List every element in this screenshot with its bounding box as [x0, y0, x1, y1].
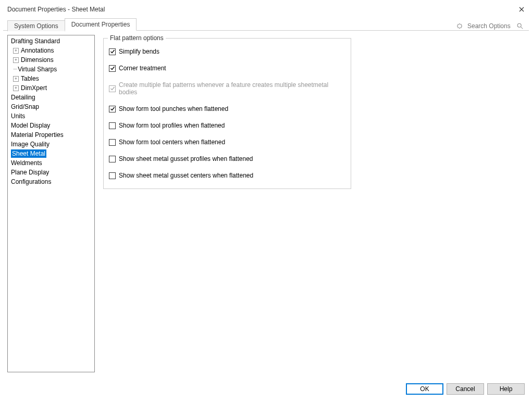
search-icon: [516, 22, 524, 30]
checkbox-label: Show form tool profiles when flattened: [119, 122, 225, 129]
help-button[interactable]: Help: [487, 383, 525, 395]
expand-icon[interactable]: +: [13, 85, 19, 91]
gear-icon: [456, 22, 463, 30]
checkbox-label: Show form tool centers when flattened: [119, 139, 225, 146]
checkbox-show-profiles[interactable]: [109, 122, 116, 129]
expand-icon[interactable]: +: [13, 76, 19, 82]
window-title: Document Properties - Sheet Metal: [7, 6, 105, 13]
tree-item-virtual-sharps[interactable]: ····Virtual Sharps: [8, 65, 94, 74]
cancel-button[interactable]: Cancel: [447, 383, 484, 395]
tree-item-image-quality[interactable]: Image Quality: [8, 140, 94, 149]
checkbox-show-centers[interactable]: [109, 139, 116, 146]
checkbox-label: Show sheet metal gusset centers when fla…: [119, 172, 253, 179]
tree-item-tables[interactable]: +Tables: [8, 74, 94, 83]
flat-pattern-group: Flat pattern options Simplify bends Corn…: [103, 38, 351, 189]
checkbox-show-punches[interactable]: [109, 106, 116, 112]
titlebar: Document Properties - Sheet Metal: [0, 0, 532, 18]
tab-system-options[interactable]: System Options: [7, 20, 65, 31]
checkbox-gusset-centers[interactable]: [109, 172, 116, 179]
checkbox-label: Create multiple flat patterns whenever a…: [119, 81, 345, 96]
expand-icon[interactable]: +: [13, 48, 19, 54]
checkbox-corner-treatment[interactable]: [109, 65, 116, 72]
checkbox-label: Show form tool punches when flattened: [119, 105, 228, 112]
option-simplify-bends[interactable]: Simplify bends: [109, 48, 345, 55]
tree-item-drafting-standard[interactable]: Drafting Standard: [8, 36, 94, 46]
checkbox-label: Simplify bends: [119, 48, 159, 55]
checkbox-label: Corner treatment: [119, 65, 166, 72]
option-gusset-profiles[interactable]: Show sheet metal gusset profiles when fl…: [109, 155, 345, 162]
checkbox-gusset-profiles[interactable]: [109, 156, 116, 162]
expand-icon[interactable]: +: [13, 57, 19, 63]
tree-item-plane-display[interactable]: Plane Display: [8, 168, 94, 177]
search-input[interactable]: [466, 22, 513, 30]
tree-item-configurations[interactable]: Configurations: [8, 177, 94, 186]
tree-item-model-display[interactable]: Model Display: [8, 121, 94, 130]
toolbar-row: System Options Document Properties: [0, 18, 532, 30]
option-corner-treatment[interactable]: Corner treatment: [109, 65, 345, 72]
search-box[interactable]: [456, 22, 527, 30]
option-show-centers[interactable]: Show form tool centers when flattened: [109, 139, 345, 146]
option-show-profiles[interactable]: Show form tool profiles when flattened: [109, 122, 345, 129]
close-icon: [519, 7, 524, 12]
close-button[interactable]: [516, 4, 527, 15]
tree-item-dimxpert[interactable]: +DimXpert: [8, 83, 94, 93]
svg-point-1: [517, 23, 521, 27]
tree-item-units[interactable]: Units: [8, 111, 94, 121]
tree-item-detailing[interactable]: Detailing: [8, 93, 94, 102]
tree-item-annotations[interactable]: +Annotations: [8, 46, 94, 55]
footer: OK Cancel Help: [0, 378, 532, 402]
tree-item-weldments[interactable]: Weldments: [8, 158, 94, 168]
tree-item-sheet-metal[interactable]: Sheet Metal: [8, 149, 94, 158]
category-tree[interactable]: Drafting Standard +Annotations +Dimensio…: [7, 35, 95, 372]
content-panel: Flat pattern options Simplify bends Corn…: [103, 35, 525, 374]
tree-connector-icon: ····: [13, 65, 17, 73]
tree-item-material-properties[interactable]: Material Properties: [8, 130, 94, 140]
dialog-window: Document Properties - Sheet Metal System…: [0, 0, 532, 402]
option-multi-flat: Create multiple flat patterns whenever a…: [109, 81, 345, 96]
checkbox-multi-flat: [109, 85, 116, 92]
option-show-punches[interactable]: Show form tool punches when flattened: [109, 105, 345, 112]
checkbox-label: Show sheet metal gusset profiles when fl…: [119, 155, 253, 162]
tabs: System Options Document Properties: [7, 18, 136, 30]
group-title: Flat pattern options: [108, 34, 166, 42]
main-panel: Drafting Standard +Annotations +Dimensio…: [3, 30, 529, 378]
option-gusset-centers[interactable]: Show sheet metal gusset centers when fla…: [109, 172, 345, 179]
checkbox-simplify-bends[interactable]: [109, 48, 116, 55]
tab-document-properties[interactable]: Document Properties: [65, 18, 137, 31]
ok-button[interactable]: OK: [406, 383, 443, 395]
tree-item-dimensions[interactable]: +Dimensions: [8, 55, 94, 65]
tree-item-grid-snap[interactable]: Grid/Snap: [8, 102, 94, 111]
